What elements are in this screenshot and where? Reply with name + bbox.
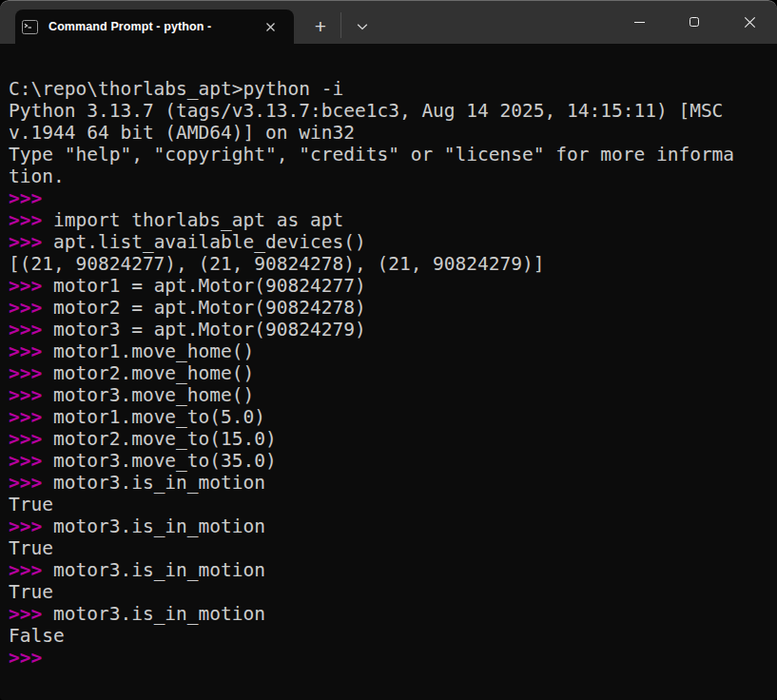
terminal-line: tion. (9, 165, 773, 187)
repl-output-text: Python 3.13.7 (tags/v3.13.7:bcee1c3, Aug… (9, 100, 723, 122)
repl-prompt: >>> (9, 362, 53, 384)
terminal-line: >>> (9, 187, 773, 209)
terminal-line: >>> motor2.move_home() (9, 362, 773, 384)
terminal-line: >>> motor3.is_in_motion (9, 603, 773, 625)
tab-title: Command Prompt - python - (49, 20, 258, 33)
close-icon (744, 16, 756, 29)
repl-prompt: >>> (9, 406, 53, 428)
terminal-line: >>> motor3.is_in_motion (9, 515, 773, 537)
close-button[interactable] (722, 0, 777, 44)
repl-prompt: >>> (9, 275, 53, 297)
terminal-line: C:\repo\thorlabs_apt>python -i (9, 78, 773, 100)
repl-input-text: motor1 = apt.Motor(90824277) (53, 275, 366, 297)
plus-icon: + (315, 16, 326, 36)
chevron-down-icon (357, 23, 368, 30)
repl-prompt: >>> (9, 209, 53, 231)
terminal-line: >>> motor3.is_in_motion (9, 559, 773, 581)
terminal-body[interactable]: C:\repo\thorlabs_apt>python -iPython 3.1… (0, 44, 777, 700)
repl-prompt: >>> (9, 515, 53, 537)
repl-input-text: apt.list_available_devices() (53, 231, 366, 253)
terminal-window: Command Prompt - python - + (0, 0, 777, 700)
repl-prompt: >>> (9, 319, 53, 340)
tab-dropdown-button[interactable] (346, 10, 379, 42)
tab-command-prompt[interactable]: Command Prompt - python - (15, 10, 294, 44)
repl-prompt: >>> (9, 340, 53, 362)
repl-input-text: motor3.move_to(35.0) (53, 450, 277, 472)
window-controls (612, 0, 777, 44)
repl-prompt: >>> (9, 603, 53, 625)
repl-output-text: v.1944 64 bit (AMD64)] on win32 (9, 122, 355, 144)
repl-input-text: motor3.is_in_motion (53, 515, 265, 537)
repl-prompt: >>> (9, 187, 53, 209)
maximize-button[interactable] (667, 0, 722, 44)
repl-output-text: tion. (9, 165, 65, 187)
repl-prompt: >>> (9, 384, 53, 406)
terminal-line: True (9, 581, 773, 603)
terminal-line: False (9, 625, 773, 647)
new-tab-button[interactable]: + (304, 10, 337, 42)
repl-output-text: True (9, 494, 53, 515)
repl-prompt: >>> (9, 428, 53, 450)
repl-prompt: >>> (9, 450, 53, 472)
repl-prompt: >>> (9, 472, 53, 494)
repl-output-text: False (9, 625, 65, 647)
repl-input-text: motor1.move_to(5.0) (53, 406, 265, 428)
terminal-line: >>> motor3 = apt.Motor(90824279) (9, 319, 773, 340)
cmd-terminal-icon (22, 20, 38, 34)
terminal-line: >>> apt.list_available_devices() (9, 231, 773, 253)
terminal-line: Type "help", "copyright", "credits" or "… (9, 144, 773, 165)
repl-input-text: import thorlabs_apt as apt (53, 209, 343, 231)
repl-output-text: C:\repo\thorlabs_apt>python -i (9, 78, 343, 100)
terminal-line: >>> (9, 647, 773, 669)
minimize-icon (634, 22, 645, 23)
terminal-line: Python 3.13.7 (tags/v3.13.7:bcee1c3, Aug… (9, 100, 773, 122)
tab-close-button[interactable] (258, 14, 282, 39)
terminal-line: >>> motor2 = apt.Motor(90824278) (9, 297, 773, 319)
terminal-line: v.1944 64 bit (AMD64)] on win32 (9, 122, 773, 144)
repl-input-text: motor3.is_in_motion (53, 603, 265, 625)
repl-output-text: [(21, 90824277), (21, 90824278), (21, 90… (9, 253, 545, 275)
terminal-line: True (9, 494, 773, 515)
terminal-line: >>> motor1.move_home() (9, 340, 773, 362)
terminal-line: >>> motor3.move_to(35.0) (9, 450, 773, 472)
repl-input-text: motor3 = apt.Motor(90824279) (53, 319, 366, 340)
close-icon (265, 22, 276, 32)
repl-input-text: motor1.move_home() (53, 340, 254, 362)
titlebar[interactable]: Command Prompt - python - + (0, 0, 777, 44)
terminal-line: >>> motor3.move_home() (9, 384, 773, 406)
repl-output-text: Type "help", "copyright", "credits" or "… (9, 144, 734, 165)
terminal-line: True (9, 537, 773, 559)
repl-input-text: motor2.move_home() (53, 362, 254, 384)
repl-input-text: motor3.is_in_motion (53, 472, 265, 494)
repl-prompt: >>> (9, 231, 53, 253)
repl-input-text: motor2 = apt.Motor(90824278) (53, 297, 366, 319)
terminal-line: >>> import thorlabs_apt as apt (9, 209, 773, 231)
repl-input-text: motor2.move_to(15.0) (53, 428, 277, 450)
repl-prompt: >>> (9, 647, 53, 669)
tabbar-separator (340, 12, 341, 38)
terminal-line: >>> motor2.move_to(15.0) (9, 428, 773, 450)
terminal-line: >>> motor1.move_to(5.0) (9, 406, 773, 428)
repl-input-text: motor3.is_in_motion (53, 559, 265, 581)
repl-output-text: True (9, 537, 53, 559)
repl-output-text: True (9, 581, 53, 603)
repl-input-text: motor3.move_home() (53, 384, 254, 406)
repl-prompt: >>> (9, 559, 53, 581)
terminal-line: >>> motor1 = apt.Motor(90824277) (9, 275, 773, 297)
maximize-icon (690, 17, 699, 27)
minimize-button[interactable] (612, 0, 667, 44)
repl-prompt: >>> (9, 297, 53, 319)
terminal-line: [(21, 90824277), (21, 90824278), (21, 90… (9, 253, 773, 275)
terminal-line: >>> motor3.is_in_motion (9, 472, 773, 494)
